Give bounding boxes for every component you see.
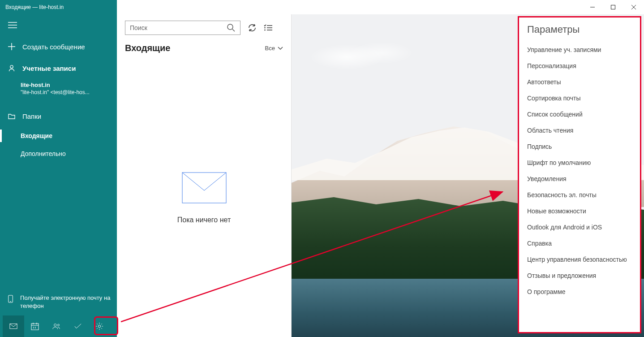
account-item[interactable]: lite-host.in "lite-host.in" <test@lite-h…	[0, 79, 117, 100]
settings-item-4[interactable]: Список сообщений	[527, 106, 632, 122]
settings-item-13[interactable]: Центр управления безопасностью	[527, 251, 632, 268]
folder-inbox[interactable]: Входящие	[0, 127, 117, 145]
empty-state: Пока ничего нет	[117, 59, 291, 337]
compose-label: Создать сообщение	[22, 43, 85, 51]
calendar-icon[interactable]	[24, 315, 46, 337]
accounts-label: Учетные записи	[22, 65, 76, 72]
plus-icon	[8, 43, 15, 50]
maximize-button[interactable]	[603, 0, 623, 14]
settings-item-9[interactable]: Безопасность эл. почты	[527, 187, 632, 203]
svg-rect-1	[611, 5, 615, 9]
folders-header[interactable]: Папки	[0, 105, 117, 127]
list-heading: Входящие	[125, 43, 170, 53]
person-icon	[8, 65, 15, 72]
settings-item-6[interactable]: Подпись	[527, 138, 632, 155]
settings-item-3[interactable]: Сортировка почты	[527, 90, 632, 106]
sidebar: Создать сообщение Учетные записи lite-ho…	[0, 14, 117, 337]
titlebar: Входящие — lite-host.in	[0, 0, 644, 14]
settings-item-1[interactable]: Персонализация	[527, 58, 632, 74]
svg-point-28	[265, 27, 265, 28]
reading-pane: Параметры Управление уч. записямиПерсона…	[292, 14, 644, 337]
account-email: "lite-host.in" <test@lite-hos...	[21, 89, 117, 95]
close-button[interactable]	[623, 0, 644, 14]
search-icon	[227, 23, 236, 32]
window-title: Входящие — lite-host.in	[5, 4, 64, 10]
svg-rect-13	[31, 324, 39, 330]
folder-icon	[8, 113, 15, 119]
search-input[interactable]: Поиск	[125, 21, 240, 35]
svg-line-24	[232, 29, 235, 31]
bg-clouds	[301, 37, 417, 77]
message-list-pane: Поиск Входящие Все Пока ничего нет	[117, 14, 292, 337]
todo-icon[interactable]	[67, 315, 89, 337]
folder-inbox-label: Входящие	[21, 132, 52, 139]
empty-text: Пока ничего нет	[177, 216, 231, 224]
titlebar-background	[117, 0, 644, 14]
svg-point-23	[228, 24, 233, 30]
minimize-button[interactable]	[582, 0, 603, 14]
settings-item-10[interactable]: Новые возможности	[527, 203, 632, 219]
settings-panel: Параметры Управление уч. записямиПерсона…	[518, 16, 641, 333]
list-toolbar: Поиск	[117, 14, 291, 41]
settings-item-2[interactable]: Автоответы	[527, 74, 632, 90]
annotation-gear-highlight	[94, 316, 118, 335]
phone-promo-text: Получайте электронную почту на телефон	[20, 294, 112, 310]
window-controls	[582, 0, 644, 14]
hamburger-button[interactable]	[0, 14, 117, 36]
svg-point-29	[265, 30, 265, 30]
settings-title: Параметры	[527, 24, 632, 35]
svg-point-21	[58, 324, 60, 326]
select-mode-icon[interactable]	[264, 23, 273, 32]
folder-more-label: Дополнительно	[21, 150, 66, 157]
mail-icon[interactable]	[3, 315, 24, 337]
settings-list: Управление уч. записямиПерсонализацияАвт…	[527, 42, 632, 300]
envelope-icon	[182, 172, 227, 203]
svg-point-9	[10, 65, 13, 68]
phone-icon	[8, 294, 13, 304]
settings-item-5[interactable]: Область чтения	[527, 122, 632, 138]
account-name: lite-host.in	[21, 82, 117, 88]
accounts-header[interactable]: Учетные записи	[0, 57, 117, 79]
phone-promo[interactable]: Получайте электронную почту на телефон	[0, 289, 117, 315]
svg-point-20	[54, 324, 56, 326]
settings-item-7[interactable]: Шрифт по умолчанию	[527, 155, 632, 171]
refresh-icon[interactable]	[248, 23, 257, 32]
filter-dropdown[interactable]: Все	[265, 45, 283, 52]
folder-more[interactable]: Дополнительно	[0, 145, 117, 163]
search-placeholder: Поиск	[130, 24, 147, 31]
settings-item-0[interactable]: Управление уч. записями	[527, 42, 632, 58]
settings-item-15[interactable]: О программе	[527, 284, 632, 300]
people-icon[interactable]	[46, 315, 67, 337]
svg-rect-30	[182, 173, 226, 203]
settings-item-12[interactable]: Справка	[527, 235, 632, 251]
list-header: Входящие Все	[117, 41, 291, 59]
settings-item-8[interactable]: Уведомления	[527, 171, 632, 187]
compose-button[interactable]: Создать сообщение	[0, 36, 117, 57]
filter-label: Все	[265, 45, 275, 52]
folders-label: Папки	[22, 112, 41, 120]
chevron-down-icon	[278, 47, 283, 50]
settings-item-11[interactable]: Outlook для Android и iOS	[527, 219, 632, 235]
settings-item-14[interactable]: Отзывы и предложения	[527, 268, 632, 284]
